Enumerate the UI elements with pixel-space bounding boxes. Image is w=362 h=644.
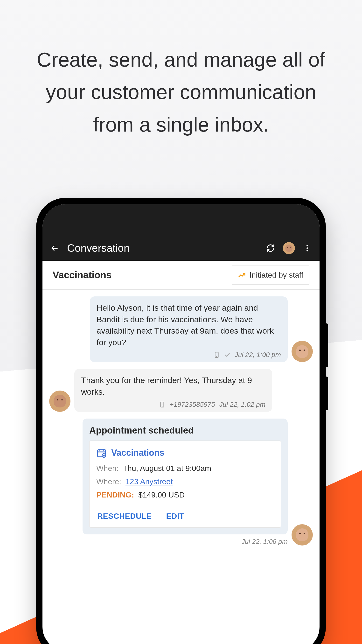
- trend-up-icon: [238, 271, 246, 279]
- chip-label: Initiated by staff: [249, 270, 303, 280]
- customer-avatar[interactable]: [49, 390, 70, 412]
- message-meta: Jul 22, 1:00 pm: [96, 351, 281, 359]
- refresh-button[interactable]: [265, 242, 276, 254]
- appointment-when: When: Thu, August 01 at 9:00am: [96, 464, 274, 473]
- app-bar: Conversation: [42, 236, 320, 261]
- card-body: Vaccinations When: Thu, August 01 at 9:0…: [89, 440, 281, 528]
- message-meta: +19723585975 Jul 22, 1:02 pm: [81, 401, 266, 408]
- refresh-icon: [266, 244, 275, 252]
- message-timestamp: Jul 22, 1:06 pm: [82, 538, 288, 546]
- back-button[interactable]: [49, 242, 60, 254]
- message-phone: +19723585975: [170, 401, 215, 408]
- phone-screen: Conversation Vaccinations Initiated by s…: [42, 204, 320, 644]
- message-timestamp: Jul 22, 1:00 pm: [235, 351, 281, 359]
- staff-avatar[interactable]: [292, 341, 313, 362]
- sms-icon: [159, 402, 165, 408]
- svg-point-1: [306, 248, 308, 249]
- svg-rect-4: [160, 402, 164, 407]
- page-title: Conversation: [67, 242, 258, 254]
- appointment-type-label: Vaccinations: [111, 448, 164, 458]
- when-label: When:: [96, 464, 118, 472]
- svg-point-2: [306, 250, 308, 252]
- where-label: Where:: [96, 477, 121, 486]
- more-menu-button[interactable]: [302, 242, 313, 254]
- card-actions: RESCHEDULE EDIT: [90, 505, 281, 528]
- arrow-left-icon: [50, 243, 60, 253]
- where-link[interactable]: 123 Anystreet: [126, 477, 173, 486]
- when-value: Thu, August 01 at 9:00am: [123, 464, 211, 472]
- subheader: Vaccinations Initiated by staff: [42, 261, 320, 290]
- edit-button[interactable]: EDIT: [166, 512, 184, 521]
- message-row: Appointment scheduled Vaccinations When:…: [49, 418, 313, 546]
- initiated-by-chip[interactable]: Initiated by staff: [232, 266, 310, 284]
- svg-point-0: [306, 245, 308, 246]
- message-row: Thank you for the reminder! Yes, Thursda…: [49, 369, 313, 412]
- check-icon: [224, 352, 230, 358]
- more-vertical-icon: [303, 244, 312, 252]
- status-label: PENDING:: [96, 490, 134, 499]
- appointment-type: Vaccinations: [96, 448, 274, 458]
- message-timestamp: Jul 22, 1:02 pm: [219, 401, 266, 408]
- staff-avatar[interactable]: [292, 524, 313, 546]
- message-row: Hello Alyson, it is that time of year ag…: [49, 296, 313, 362]
- appointment-where: Where: 123 Anystreet: [96, 477, 274, 486]
- status-bar: [42, 204, 320, 236]
- customer-message-bubble: Thank you for the reminder! Yes, Thursda…: [74, 369, 272, 412]
- chat-thread: Hello Alyson, it is that time of year ag…: [42, 290, 320, 546]
- phone-frame: Conversation Vaccinations Initiated by s…: [36, 198, 326, 644]
- svg-rect-3: [215, 352, 218, 358]
- staff-message-bubble: Hello Alyson, it is that time of year ag…: [90, 296, 288, 362]
- sms-icon: [214, 352, 220, 358]
- message-text: Thank you for the reminder! Yes, Thursda…: [81, 374, 266, 398]
- reschedule-button[interactable]: RESCHEDULE: [97, 512, 152, 521]
- user-avatar[interactable]: [283, 242, 295, 254]
- conversation-topic: Vaccinations: [52, 270, 112, 280]
- calendar-check-icon: [96, 448, 107, 458]
- phone-side-button: [326, 376, 328, 410]
- card-title: Appointment scheduled: [89, 425, 281, 436]
- message-text: Hello Alyson, it is that time of year ag…: [96, 302, 281, 348]
- appointment-status: PENDING: $149.00 USD: [96, 490, 274, 500]
- phone-side-button: [326, 324, 328, 367]
- status-value: $149.00 USD: [138, 490, 184, 499]
- appointment-card: Appointment scheduled Vaccinations When:…: [82, 418, 288, 534]
- marketing-headline: Create, send, and manage all of your cus…: [0, 44, 362, 141]
